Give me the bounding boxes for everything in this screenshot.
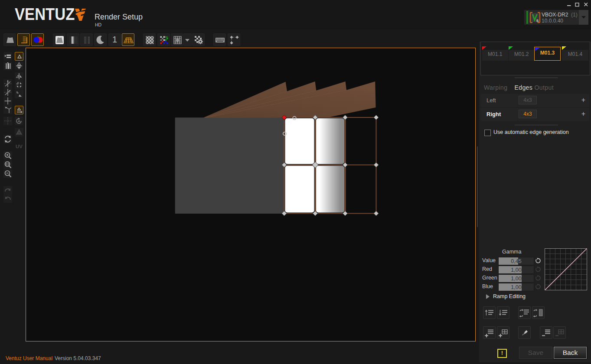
svg-text:5: 5	[536, 19, 539, 23]
